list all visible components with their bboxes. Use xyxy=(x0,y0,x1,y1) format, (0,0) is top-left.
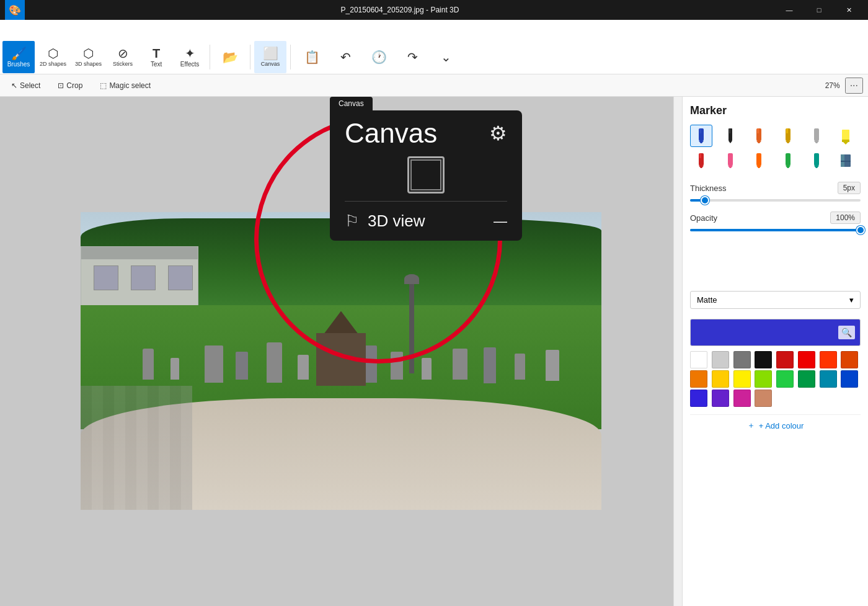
color-swatch-cell[interactable] xyxy=(755,390,772,407)
3d-rotate-icon: ⚙ xyxy=(489,122,507,145)
color-swatch-cell[interactable] xyxy=(733,390,751,407)
teal-marker-icon xyxy=(808,152,825,169)
ribbon-stickers-btn[interactable]: ⊘ Stickers xyxy=(107,41,139,73)
tool-marker-orange[interactable] xyxy=(748,125,770,147)
plus-icon: ＋ xyxy=(747,420,755,431)
color-swatch-cell[interactable] xyxy=(712,370,729,388)
tool-marker-pattern[interactable] xyxy=(835,149,857,172)
zoom-display: 27% xyxy=(825,81,840,90)
ribbon-history-btn[interactable]: 🕐 xyxy=(363,41,395,73)
magic-select-button[interactable]: ⬚ Magic select xyxy=(94,77,157,94)
thickness-slider-track[interactable] xyxy=(690,199,861,202)
color-swatch-cell[interactable] xyxy=(776,351,794,368)
canvas-rectangle-icon xyxy=(407,156,445,194)
maximize-button[interactable]: □ xyxy=(805,0,833,20)
stone3 xyxy=(205,345,223,383)
color-swatch-cell[interactable] xyxy=(733,351,751,368)
panel-spacer xyxy=(690,241,861,291)
ribbon-redo-btn[interactable]: ↷ xyxy=(396,41,428,73)
svg-marker-10 xyxy=(786,141,790,143)
vertical-scrollbar[interactable] xyxy=(673,97,682,606)
more-options-button[interactable]: ··· xyxy=(845,78,863,94)
blue-marker-icon xyxy=(693,127,710,145)
eyedropper-button[interactable]: 🔍 xyxy=(838,326,855,339)
thickness-section: Thickness 5px xyxy=(690,182,861,202)
color-swatch-cell[interactable] xyxy=(841,370,858,388)
ribbon-2dshapes-btn[interactable]: ⬡ 2D shapes xyxy=(36,41,70,73)
ribbon-undo-btn[interactable]: ↶ xyxy=(329,41,361,73)
color-swatch-cell[interactable] xyxy=(841,351,858,368)
ribbon-canvas-btn[interactable]: ⬜ Canvas xyxy=(254,41,286,73)
color-swatch-cell[interactable] xyxy=(755,370,772,388)
color-swatch-cell[interactable] xyxy=(820,370,837,388)
selected-color-swatch[interactable]: 🔍 xyxy=(690,319,861,346)
svg-marker-4 xyxy=(728,141,732,143)
svg-rect-22 xyxy=(756,153,761,166)
effects-icon: ✦ xyxy=(185,47,195,60)
opacity-slider-track[interactable] xyxy=(690,229,861,231)
ribbon-brushes-btn[interactable]: 🖌️ Brushes xyxy=(2,41,35,73)
ribbon-more-btn[interactable]: ⌄ xyxy=(430,41,462,73)
svg-marker-1 xyxy=(699,141,704,143)
ribbon-divider3 xyxy=(290,45,291,69)
tool-marker-blue[interactable] xyxy=(690,125,712,147)
svg-rect-11 xyxy=(786,128,788,133)
add-colour-button[interactable]: ＋ + Add colour xyxy=(690,414,861,436)
ribbon-text-btn[interactable]: T Text xyxy=(140,41,172,73)
canvas-area[interactable]: Canvas Canvas ⚙ ⚐ xyxy=(0,97,682,606)
stone4 xyxy=(236,352,248,380)
tool-marker-bright-orange[interactable] xyxy=(748,149,770,172)
finish-dropdown[interactable]: Matte ▾ xyxy=(690,291,861,309)
canvas-popup-dropdown: Canvas Canvas ⚙ ⚐ xyxy=(330,97,522,241)
color-swatch-cell[interactable] xyxy=(690,390,707,407)
color-swatch-cell[interactable] xyxy=(733,370,751,388)
select-button[interactable]: ↖ Select xyxy=(5,77,46,94)
color-swatch-cell[interactable] xyxy=(798,351,815,368)
canvas-dropdown-box: Canvas ⚙ ⚐ 3D view — xyxy=(330,110,522,241)
color-swatch-cell[interactable] xyxy=(690,351,707,368)
close-button[interactable]: ✕ xyxy=(835,0,863,20)
opacity-slider-thumb[interactable] xyxy=(856,226,865,234)
color-swatch-cell[interactable] xyxy=(712,390,729,407)
color-swatch-cell[interactable] xyxy=(798,370,815,388)
opacity-slider-fill xyxy=(690,229,861,231)
svg-marker-27 xyxy=(814,166,819,168)
stone2 xyxy=(170,358,179,380)
color-swatch-cell[interactable] xyxy=(712,351,729,368)
stone5 xyxy=(267,342,282,383)
stickers-icon: ⊘ xyxy=(118,47,128,60)
color-swatch-cell[interactable] xyxy=(690,370,707,388)
tool-marker-teal[interactable] xyxy=(805,149,828,172)
orange-marker-icon xyxy=(750,127,768,145)
ribbon-paste-btn[interactable]: 📋 xyxy=(296,41,328,73)
tool-marker-gray[interactable] xyxy=(805,125,828,147)
crop-icon: ⊡ xyxy=(58,81,64,90)
svg-marker-7 xyxy=(756,141,761,143)
main-area: Canvas Canvas ⚙ ⚐ xyxy=(0,97,868,606)
minimize-button[interactable]: — xyxy=(775,0,804,20)
tool-pen-black[interactable] xyxy=(719,125,742,147)
color-swatch-cell[interactable] xyxy=(820,351,837,368)
svg-rect-14 xyxy=(842,130,849,140)
tool-marker-red[interactable] xyxy=(690,149,712,172)
paste-icon: 📋 xyxy=(304,51,320,63)
tool-marker-gold[interactable] xyxy=(777,125,799,147)
ribbon-3dshapes-btn[interactable]: ⬡ 3D shapes xyxy=(71,41,105,73)
shapes2d-icon: ⬡ xyxy=(48,47,58,60)
tool-marker-pink[interactable] xyxy=(719,149,742,172)
color-swatch-cell[interactable] xyxy=(776,370,794,388)
canvas-popup-tab[interactable]: Canvas xyxy=(330,97,373,110)
thickness-label: Thickness xyxy=(690,184,727,193)
red-marker-icon xyxy=(693,152,710,169)
ribbon-effects-btn[interactable]: ✦ Effects xyxy=(174,41,206,73)
view-3d-row[interactable]: ⚐ 3D view — xyxy=(330,202,522,241)
select-icon: ↖ xyxy=(11,81,17,90)
thickness-slider-thumb[interactable] xyxy=(701,196,709,205)
crop-button[interactable]: ⊡ Crop xyxy=(51,77,89,94)
color-swatch-cell[interactable] xyxy=(755,351,772,368)
tool-highlighter-yellow[interactable] xyxy=(835,125,857,147)
tool-marker-green[interactable] xyxy=(777,149,799,172)
pink-marker-icon xyxy=(722,152,739,169)
ribbon-open-btn[interactable]: 📂 xyxy=(214,41,246,73)
canvas-icon: ⬜ xyxy=(263,47,278,60)
